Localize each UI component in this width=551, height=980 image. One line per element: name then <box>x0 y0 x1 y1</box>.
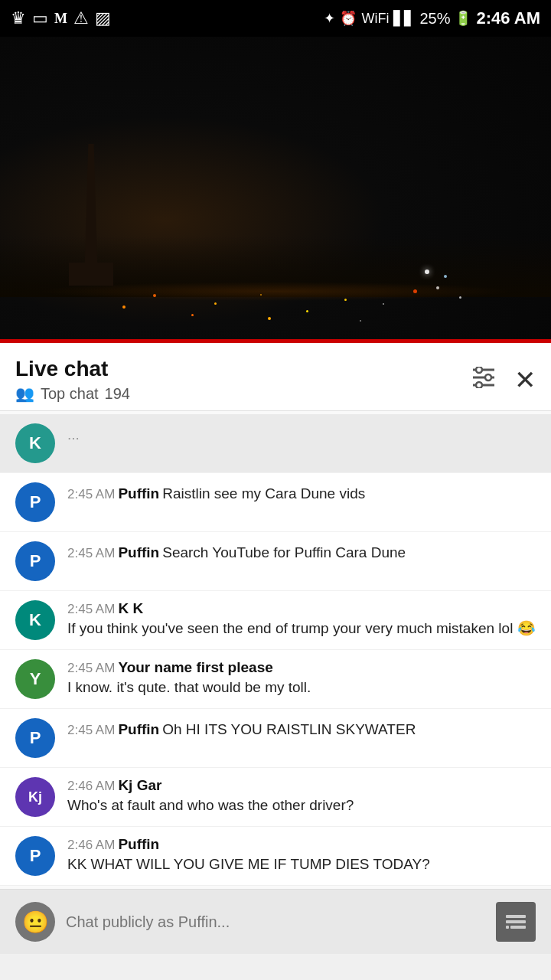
message-author: Kj Gar <box>118 777 161 794</box>
signal-icon: ▋▋ <box>393 10 415 27</box>
video-content <box>0 37 551 343</box>
battery-percent: 25% <box>419 10 450 28</box>
wifi-icon: WiFi <box>361 11 389 27</box>
chat-messages-list: K ... P 2:45 AM Puffin Raistlin see my C… <box>0 411 551 889</box>
svg-rect-6 <box>506 915 526 918</box>
avatar: K <box>15 423 55 463</box>
people-icon: 👥 <box>15 384 34 403</box>
chat-message: P 2:46 AM Puffin KK WHAT WILL YOU GIVE M… <box>0 827 551 886</box>
message-content: 2:45 AM Your name first please I know. i… <box>67 659 536 698</box>
avatar: K <box>15 600 55 640</box>
chat-message: P 2:45 AM Puffin Oh HI ITS YOU RAISTLIN … <box>0 709 551 768</box>
filter-icon[interactable] <box>471 367 496 394</box>
chat-message: Kj 2:46 AM Kj Gar Who's at fault and who… <box>0 768 551 827</box>
avatar: P <box>15 482 55 522</box>
message-time: 2:45 AM <box>67 602 115 617</box>
m-icon: M <box>54 11 67 27</box>
status-left-icons: ♛ ▭ M ⚠ ▨ <box>11 8 111 28</box>
message-text: ... <box>67 425 80 446</box>
avatar: Kj <box>15 777 55 817</box>
message-time: 2:46 AM <box>67 838 115 853</box>
alarm-icon: ⏰ <box>340 10 357 27</box>
chat-message-truncated: K ... <box>0 414 551 473</box>
folder-icon: ▭ <box>32 8 48 28</box>
chat-subheader: 👥 Top chat 194 <box>15 384 130 403</box>
bluetooth-icon: ✦ <box>324 10 335 27</box>
close-icon[interactable]: ✕ <box>514 364 536 395</box>
chat-input[interactable] <box>66 913 485 931</box>
svg-point-3 <box>476 367 482 373</box>
message-author: Puffin <box>118 721 159 738</box>
svg-rect-9 <box>506 926 509 929</box>
live-chat-panel: Live chat 👥 Top chat 194 ✕ <box>0 343 551 954</box>
message-text: KK WHAT WILL YOU GIVE ME IF TUMP DIES TO… <box>67 854 536 875</box>
message-content: 2:46 AM Kj Gar Who's at fault and who wa… <box>67 777 536 816</box>
svg-rect-7 <box>506 920 526 923</box>
video-player[interactable] <box>0 37 551 343</box>
input-emoji-button[interactable]: 😐 <box>15 902 55 942</box>
message-author: Your name first please <box>118 659 272 676</box>
message-text: Who's at fault and who was the other dri… <box>67 795 536 816</box>
message-content: 2:45 AM Puffin Oh HI ITS YOU RAISTLIN SK… <box>67 718 536 740</box>
message-line: ... <box>67 423 536 446</box>
message-author: K K <box>118 600 143 617</box>
message-content: 2:45 AM K K If you think you've seen the… <box>67 600 536 639</box>
svg-rect-8 <box>510 926 526 929</box>
crown-icon: ♛ <box>11 8 26 28</box>
message-time: 2:46 AM <box>67 779 115 794</box>
chat-header-title-area: Live chat 👥 Top chat 194 <box>15 357 130 403</box>
message-author: Puffin <box>118 836 159 853</box>
chat-header-actions: ✕ <box>471 364 536 395</box>
clock-time: 2:46 AM <box>476 8 540 28</box>
message-line: 2:45 AM Puffin Oh HI ITS YOU RAISTLIN SK… <box>67 718 536 740</box>
chat-header: Live chat 👥 Top chat 194 ✕ <box>0 343 551 411</box>
message-text: Oh HI ITS YOU RAISTLIN SKYWATER <box>162 720 416 740</box>
status-bar: ♛ ▭ M ⚠ ▨ ✦ ⏰ WiFi ▋▋ 25% 🔋 2:46 AM <box>0 0 551 37</box>
message-text: Search YouTube for Puffin Cara Dune <box>162 543 406 564</box>
chat-message: P 2:45 AM Puffin Search YouTube for Puff… <box>0 532 551 591</box>
message-line: 2:45 AM Puffin Raistlin see my Cara Dune… <box>67 482 536 505</box>
message-author: Puffin <box>118 485 159 502</box>
avatar: P <box>15 836 55 876</box>
message-content: 2:46 AM Puffin KK WHAT WILL YOU GIVE ME … <box>67 836 536 875</box>
avatar: Y <box>15 659 55 699</box>
message-time: 2:45 AM <box>67 723 115 738</box>
battery-icon: 🔋 <box>455 10 471 27</box>
message-time: 2:45 AM <box>67 546 115 561</box>
video-progress-bar[interactable] <box>0 339 551 343</box>
top-chat-label[interactable]: Top chat <box>41 385 99 403</box>
status-right-icons: ✦ ⏰ WiFi ▋▋ 25% 🔋 2:46 AM <box>324 8 540 28</box>
warning-icon: ⚠ <box>73 8 89 28</box>
message-text: Raistlin see my Cara Dune vids <box>162 484 365 505</box>
chat-message: Y 2:45 AM Your name first please I know.… <box>0 650 551 709</box>
live-chat-title: Live chat <box>15 357 130 381</box>
chat-message: P 2:45 AM Puffin Raistlin see my Cara Du… <box>0 473 551 532</box>
svg-point-4 <box>485 374 491 381</box>
chat-input-bar: 😐 <box>0 889 551 954</box>
message-content: ... <box>67 423 536 446</box>
chat-message: K 2:45 AM K K If you think you've seen t… <box>0 591 551 650</box>
message-text: I know. it's qute. that would be my toll… <box>67 678 536 698</box>
message-time: 2:45 AM <box>67 487 115 502</box>
avatar: P <box>15 718 55 758</box>
message-content: 2:45 AM Puffin Raistlin see my Cara Dune… <box>67 482 536 505</box>
send-icon[interactable] <box>496 902 536 942</box>
svg-point-5 <box>476 382 482 388</box>
message-time: 2:45 AM <box>67 661 115 676</box>
emoji-icon: 😐 <box>22 910 49 935</box>
viewer-count: 194 <box>105 385 130 403</box>
avatar: P <box>15 541 55 581</box>
message-content: 2:45 AM Puffin Search YouTube for Puffin… <box>67 541 536 564</box>
message-text: If you think you've seen the end of trum… <box>67 619 536 639</box>
message-author: Puffin <box>118 544 159 561</box>
image-icon: ▨ <box>95 8 111 28</box>
message-line: 2:45 AM Puffin Search YouTube for Puffin… <box>67 541 536 564</box>
